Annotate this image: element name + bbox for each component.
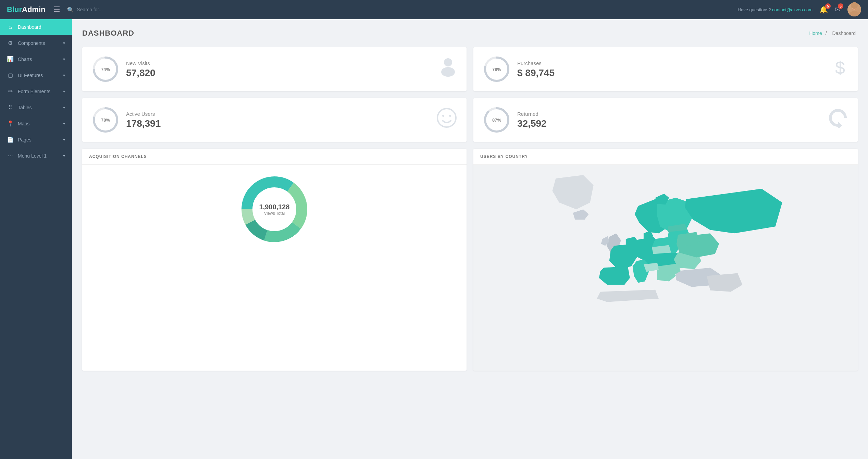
sidebar-label-maps: Maps	[18, 121, 29, 126]
chevron-icon: ▾	[63, 73, 65, 78]
sidebar-item-components[interactable]: ⚙ Components ▾	[0, 35, 72, 51]
ring-percent-purchases: 78%	[492, 67, 501, 72]
world-map	[473, 165, 858, 371]
stat-label-new-visits: New Visits	[126, 60, 432, 66]
brand-logo[interactable]: BlurAdmin	[7, 5, 45, 14]
stat-value-returned: 32,592	[517, 118, 821, 129]
chevron-icon: ▾	[63, 105, 65, 110]
chevron-icon: ▾	[63, 89, 65, 94]
notifications-badge: 5	[825, 3, 831, 9]
sidebar-label-dashboard: Dashboard	[18, 24, 41, 30]
stat-value-new-visits: 57,820	[126, 67, 432, 78]
acquisition-body: 1,900,128 Views Total	[82, 165, 467, 254]
breadcrumb-home[interactable]: Home	[809, 30, 822, 36]
sidebar-icon-ui-features: ▢	[7, 72, 14, 78]
svg-point-7	[441, 67, 455, 77]
search-icon: 🔍	[67, 7, 74, 13]
svg-point-13	[437, 109, 456, 127]
stat-icon-new-visits	[439, 57, 457, 82]
brand-blur: Blur	[7, 5, 22, 14]
search-input[interactable]	[77, 7, 145, 12]
stat-value-active-users: 178,391	[126, 118, 430, 129]
chevron-icon: ▾	[63, 137, 65, 142]
sidebar-label-menu-level: Menu Level 1	[18, 153, 47, 159]
top-navbar: BlurAdmin ☰ 🔍 Have questions? contact@ak…	[0, 0, 868, 19]
sidebar-icon-charts: 📊	[7, 56, 14, 62]
stat-card-returned: 87% Returned 32,592	[473, 98, 858, 142]
stat-icon-active-users	[436, 108, 457, 132]
svg-point-3	[852, 4, 857, 7]
sidebar-label-components: Components	[18, 40, 45, 46]
stat-info-active-users: Active Users 178,391	[126, 111, 430, 129]
country-body	[473, 165, 858, 371]
stat-card-active-users: 78% Active Users 178,391	[82, 98, 467, 142]
app-body: ⌂ Dashboard ⚙ Components ▾ 📊 Charts ▾ ▢ …	[0, 19, 868, 459]
country-header: USERS BY COUNTRY	[473, 149, 858, 165]
acquisition-panel: ACQUISITION CHANNELS 1,900,128 Views Tot…	[82, 149, 467, 371]
sidebar-icon-maps: 📍	[7, 120, 14, 127]
chevron-icon: ▾	[63, 121, 65, 126]
stat-ring-purchases: 78%	[483, 55, 510, 83]
breadcrumb: Home / Dashboard	[809, 30, 858, 36]
stat-card-new-visits: 74% New Visits 57,820	[82, 47, 467, 91]
country-panel: USERS BY COUNTRY	[473, 149, 858, 371]
sidebar-icon-components: ⚙	[7, 40, 14, 46]
svg-point-6	[444, 58, 452, 66]
sidebar-icon-dashboard: ⌂	[7, 24, 14, 30]
sidebar-label-form-elements: Form Elements	[18, 89, 50, 94]
sidebar-item-pages[interactable]: 📄 Pages ▾	[0, 132, 72, 148]
notifications-button[interactable]: 🔔 5	[819, 5, 828, 14]
sidebar-item-ui-features[interactable]: ▢ UI Features ▾	[0, 67, 72, 83]
contact-link[interactable]: contact@akveo.com	[772, 7, 813, 12]
svg-text:$: $	[835, 58, 845, 77]
svg-point-1	[850, 11, 859, 16]
stat-icon-purchases: $	[833, 57, 848, 82]
stat-value-purchases: $ 89,745	[517, 67, 826, 78]
stat-info-returned: Returned 32,592	[517, 111, 821, 129]
stat-label-active-users: Active Users	[126, 111, 430, 117]
sidebar-item-charts[interactable]: 📊 Charts ▾	[0, 51, 72, 67]
user-avatar[interactable]	[847, 3, 861, 16]
ring-percent-returned: 87%	[492, 117, 501, 123]
stat-info-new-visits: New Visits 57,820	[126, 60, 432, 78]
svg-point-15	[449, 115, 451, 117]
stat-ring-returned: 87%	[483, 106, 510, 134]
sidebar-item-form-elements[interactable]: ✏ Form Elements ▾	[0, 83, 72, 99]
sidebar: ⌂ Dashboard ⚙ Components ▾ 📊 Charts ▾ ▢ …	[0, 19, 72, 459]
sidebar-item-tables[interactable]: ⠿ Tables ▾	[0, 99, 72, 115]
brand-admin: Admin	[22, 5, 45, 14]
sidebar-item-maps[interactable]: 📍 Maps ▾	[0, 115, 72, 132]
main-content: DASHBOARD Home / Dashboard 74% New Visit…	[72, 19, 868, 459]
svg-point-2	[852, 5, 857, 10]
topnav-right: Have questions? contact@akveo.com 🔔 5 ✉ …	[738, 3, 861, 16]
messages-button[interactable]: ✉ 5	[835, 5, 841, 14]
stat-ring-active-users: 78%	[92, 106, 119, 134]
acquisition-header: ACQUISITION CHANNELS	[82, 149, 467, 165]
stat-label-purchases: Purchases	[517, 60, 826, 66]
sidebar-icon-tables: ⠿	[7, 104, 14, 111]
hamburger-button[interactable]: ☰	[53, 5, 60, 14]
stats-grid: 74% New Visits 57,820 78% Purchases $ 89…	[82, 47, 858, 142]
stat-icon-returned	[828, 108, 848, 132]
page-title: DASHBOARD	[82, 29, 134, 38]
sidebar-icon-pages: 📄	[7, 136, 14, 143]
help-text: Have questions? contact@akveo.com	[738, 7, 813, 12]
sidebar-item-menu-level[interactable]: ⋯ Menu Level 1 ▾	[0, 148, 72, 164]
chevron-icon: ▾	[63, 41, 65, 46]
stat-label-returned: Returned	[517, 111, 821, 117]
sidebar-label-tables: Tables	[18, 105, 32, 110]
donut-center: 1,900,128 Views Total	[259, 203, 290, 216]
donut-label: Views Total	[259, 211, 290, 216]
breadcrumb-current: Dashboard	[832, 30, 856, 36]
search-bar: 🔍	[67, 7, 737, 13]
sidebar-item-dashboard[interactable]: ⌂ Dashboard	[0, 19, 72, 35]
sidebar-icon-menu-level: ⋯	[7, 152, 14, 159]
chevron-icon: ▾	[63, 57, 65, 62]
sidebar-icon-form-elements: ✏	[7, 88, 14, 95]
donut-chart: 1,900,128 Views Total	[237, 172, 312, 247]
chevron-icon: ▾	[63, 153, 65, 158]
panels-grid: ACQUISITION CHANNELS 1,900,128 Views Tot…	[82, 149, 858, 371]
sidebar-label-charts: Charts	[18, 57, 32, 62]
sidebar-label-ui-features: UI Features	[18, 73, 43, 78]
svg-point-14	[442, 115, 444, 117]
